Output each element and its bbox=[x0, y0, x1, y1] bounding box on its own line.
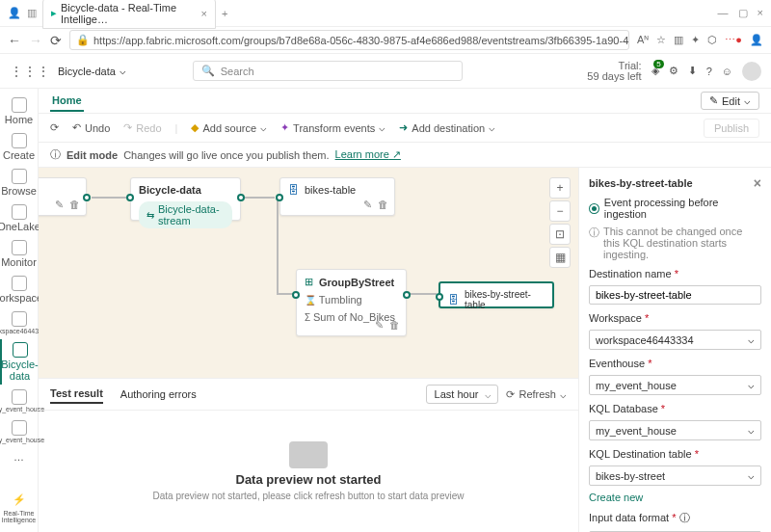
left-nav: Home Create Browse OneLake Monitor Works… bbox=[0, 89, 39, 532]
maximize-icon[interactable]: ▢ bbox=[738, 7, 748, 19]
database-icon: 🗄 bbox=[288, 184, 299, 196]
node-dest[interactable]: 🗄bikes-by-street-table bbox=[439, 281, 554, 308]
read-icon[interactable]: Aᴺ bbox=[637, 34, 649, 46]
details-panel: bikes-by-street-table× Event processing … bbox=[578, 168, 771, 532]
transform-button[interactable]: ✦ Transform events ⌵ bbox=[280, 121, 386, 134]
tabs-icon[interactable]: ▥ bbox=[27, 7, 37, 19]
database-icon: 🗄 bbox=[448, 294, 459, 306]
minimize-icon[interactable]: — bbox=[718, 7, 729, 19]
collections-icon[interactable]: ▥ bbox=[674, 34, 683, 46]
back-icon[interactable]: ← bbox=[8, 33, 21, 48]
ext1-icon[interactable]: ✦ bbox=[691, 34, 700, 46]
add-dest-button[interactable]: ➜ Add destination ⌵ bbox=[399, 121, 495, 134]
close-panel-icon[interactable]: × bbox=[754, 175, 761, 191]
info-icon: ⓘ bbox=[50, 147, 61, 162]
nav-onelake[interactable]: OneLake bbox=[0, 201, 38, 235]
nav-more[interactable]: … bbox=[0, 448, 38, 466]
ext3-icon[interactable]: ⋯● bbox=[725, 34, 742, 46]
edit-icon[interactable]: ✎ bbox=[55, 199, 64, 211]
ext2-icon[interactable]: ⬡ bbox=[707, 34, 717, 46]
nav-event-house2[interactable]: my_event_house bbox=[0, 417, 38, 446]
edit-icon[interactable]: ✎ bbox=[375, 319, 384, 332]
chevron-down-icon: ⌵ bbox=[120, 65, 126, 77]
plug-icon bbox=[289, 441, 328, 468]
gear-icon[interactable]: ⚙ bbox=[669, 65, 678, 77]
node-bikes-table[interactable]: 🗄bikes-table ✎🗑 bbox=[279, 177, 395, 216]
tab-test-result[interactable]: Test result bbox=[50, 385, 103, 404]
star-icon[interactable]: ☆ bbox=[656, 34, 666, 46]
panel-note: ⓘThis cannot be changed once this KQL de… bbox=[589, 226, 761, 260]
refresh-icon[interactable]: ⟳ bbox=[50, 121, 59, 134]
info-icon[interactable]: ⓘ bbox=[679, 512, 690, 523]
tab-title: Bicycle-data - Real-Time Intellige… bbox=[61, 2, 192, 25]
help-icon[interactable]: ? bbox=[706, 66, 712, 77]
tab-authoring-errors[interactable]: Authoring errors bbox=[120, 386, 197, 403]
app-launcher-icon[interactable]: ⋮⋮⋮ bbox=[10, 64, 50, 79]
undo-button[interactable]: ↶ Undo bbox=[72, 121, 110, 134]
download-icon[interactable]: ⬇ bbox=[688, 65, 697, 77]
edit-button[interactable]: ✎ Edit ⌵ bbox=[701, 92, 759, 110]
canvas[interactable]: ✎🗑 Bicycle-data ⇆ Bicycle-data-stream 🗄b… bbox=[39, 168, 578, 378]
node-group[interactable]: ⊞GroupByStreet ⌛ Tumbling Σ Sum of No_Bi… bbox=[296, 269, 407, 336]
kql-db-select[interactable]: my_event_house⌵ bbox=[589, 420, 761, 440]
node-source[interactable]: Bicycle-data ⇆ Bicycle-data-stream bbox=[130, 177, 241, 221]
stream-pill: ⇆ Bicycle-data-stream bbox=[139, 201, 232, 228]
delete-icon[interactable]: 🗑 bbox=[378, 199, 388, 211]
new-tab-icon[interactable]: + bbox=[222, 8, 227, 19]
close-tab-icon[interactable]: × bbox=[201, 8, 207, 19]
nav-workspaces[interactable]: Workspaces bbox=[0, 273, 38, 306]
smile-icon[interactable]: ☺ bbox=[722, 66, 732, 77]
nav-monitor[interactable]: Monitor bbox=[0, 237, 38, 271]
group-icon: ⊞ bbox=[305, 276, 313, 288]
delete-icon[interactable]: 🗑 bbox=[389, 319, 400, 332]
learn-more-link[interactable]: Learn more ↗ bbox=[335, 148, 401, 161]
nav-bicycle-data[interactable]: Bicycle-data bbox=[0, 339, 38, 385]
profile-icon[interactable]: 👤 bbox=[8, 7, 21, 19]
url-field[interactable]: 🔒 https://app.fabric.microsoft.com/group… bbox=[69, 30, 629, 50]
forward-icon: → bbox=[29, 33, 42, 48]
refresh-button[interactable]: ⟳ Refresh ⌵ bbox=[506, 388, 567, 401]
eventhouse-select[interactable]: my_event_house⌵ bbox=[589, 375, 761, 395]
nav-event-house1[interactable]: my_event_house bbox=[0, 386, 38, 415]
redo-button: ↷ Redo bbox=[123, 121, 161, 134]
diamond-icon[interactable]: ◈ bbox=[651, 65, 659, 77]
map-icon[interactable]: ▦ bbox=[549, 247, 571, 268]
zoom-controls: + − ⊡ ▦ bbox=[549, 177, 571, 268]
profile2-icon[interactable]: 👤 bbox=[750, 34, 763, 46]
nav-workspace4[interactable]: workspace46443334 bbox=[0, 308, 38, 337]
zoom-out-icon[interactable]: − bbox=[549, 200, 571, 222]
kql-table-select[interactable]: bikes-by-street⌵ bbox=[589, 466, 761, 486]
info-bar: ⓘ Edit mode Changes will go live once yo… bbox=[39, 143, 771, 168]
lock-icon: 🔒 bbox=[76, 34, 90, 46]
nav-realtime[interactable]: ⚡Real-Time Intelligence bbox=[0, 491, 38, 526]
tab-home[interactable]: Home bbox=[50, 91, 84, 112]
breadcrumb[interactable]: Bicycle-data ⌵ bbox=[58, 65, 126, 77]
close-window-icon[interactable]: × bbox=[758, 7, 763, 19]
publish-button: Publish bbox=[704, 119, 759, 138]
time-range-select[interactable]: Last hour bbox=[426, 385, 499, 404]
edit-icon[interactable]: ✎ bbox=[363, 199, 372, 211]
avatar[interactable] bbox=[742, 62, 761, 81]
dest-name-input[interactable] bbox=[589, 285, 761, 305]
reload-icon[interactable]: ⟳ bbox=[50, 33, 62, 48]
nav-create[interactable]: Create bbox=[0, 130, 38, 164]
zoom-in-icon[interactable]: + bbox=[549, 177, 571, 199]
search-input[interactable]: 🔍 Search bbox=[193, 61, 463, 81]
delete-icon[interactable]: 🗑 bbox=[69, 199, 80, 211]
nav-home[interactable]: Home bbox=[0, 94, 38, 128]
node-start[interactable]: ✎🗑 bbox=[39, 177, 87, 216]
radio-processing[interactable]: Event processing before ingestion bbox=[589, 197, 761, 220]
search-icon: 🔍 bbox=[201, 65, 215, 77]
preview-empty: Data preview not started Data preview no… bbox=[39, 411, 578, 532]
url-text: https://app.fabric.microsoft.com/groups/… bbox=[93, 35, 629, 46]
trial-status: Trial: 59 days left bbox=[587, 61, 641, 82]
nav-browse[interactable]: Browse bbox=[0, 166, 38, 200]
workspace-select[interactable]: workspace46443334⌵ bbox=[589, 330, 761, 350]
browser-tab[interactable]: ▸ Bicycle-data - Real-Time Intellige… × bbox=[42, 0, 216, 29]
add-source-button[interactable]: ◆ Add source ⌵ bbox=[191, 121, 267, 134]
create-new-link[interactable]: Create new bbox=[589, 492, 761, 503]
fit-icon[interactable]: ⊡ bbox=[549, 224, 571, 245]
